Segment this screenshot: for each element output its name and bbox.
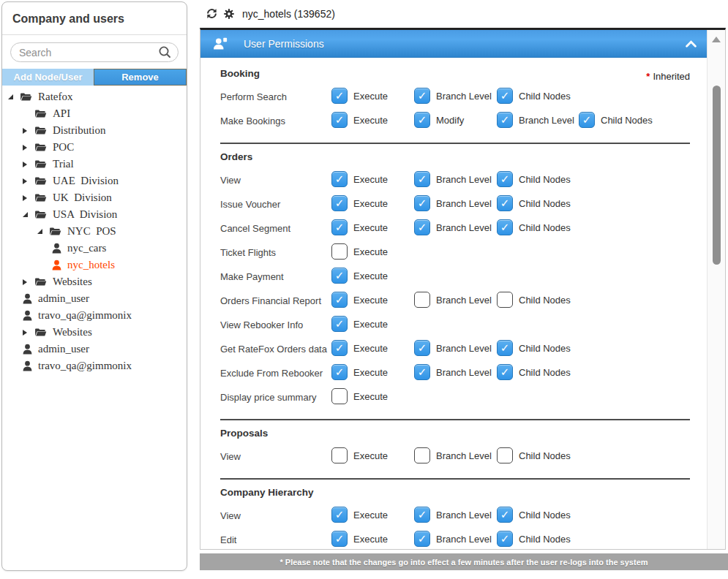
tree-item-trial[interactable]: Trial [2, 156, 187, 173]
tree-item-poc[interactable]: POC [2, 139, 187, 156]
permission-row-view: ViewExecuteBranch LevelChild Nodes [220, 445, 690, 469]
user-permissions-header[interactable]: User Permissions [200, 30, 707, 58]
tree-item-nyc-pos[interactable]: NYC POS [2, 223, 187, 240]
user-icon [52, 243, 61, 254]
checkbox-orders-orders-financial-report-child-nodes[interactable] [497, 292, 513, 308]
folder-icon [34, 277, 47, 287]
checkbox-orders-view-child-nodes[interactable]: ✓ [497, 171, 513, 187]
folder-icon [34, 159, 47, 169]
checkbox-company-hierarchy-view-branch-level[interactable]: ✓ [414, 507, 430, 523]
tree-item-distribution[interactable]: Distribution [2, 122, 187, 139]
permission-label: Edit [220, 534, 236, 545]
checkbox-orders-make-payment-execute[interactable]: ✓ [331, 268, 348, 284]
permission-label: Ticket Flights [220, 247, 276, 258]
checkbox-booking-perform-search-branch-level[interactable]: ✓ [414, 88, 430, 104]
remove-button[interactable]: Remove [94, 69, 187, 86]
scroll-up-icon[interactable] [712, 37, 721, 42]
collapsed-arrow-icon[interactable] [23, 279, 34, 285]
tree-item-websites[interactable]: Websites [2, 273, 187, 290]
collapsed-arrow-icon[interactable] [23, 178, 34, 184]
folder-icon [34, 193, 47, 203]
refresh-icon[interactable] [206, 7, 218, 20]
tree-item-api[interactable]: API [2, 105, 187, 122]
tree-item-label: travo_qa@gimmonix [38, 360, 132, 372]
expanded-arrow-icon[interactable] [8, 94, 20, 99]
collapsed-arrow-icon[interactable] [23, 145, 34, 151]
checkbox-orders-orders-financial-report-execute[interactable]: ✓ [331, 292, 348, 308]
checkbox-orders-exclude-from-rebooker-execute[interactable]: ✓ [331, 364, 348, 380]
tree-item-nyc-hotels[interactable]: nyc_hotels [2, 257, 187, 273]
checkbox-orders-cancel-segment-branch-level[interactable]: ✓ [414, 219, 430, 235]
collapsed-arrow-icon[interactable] [23, 195, 34, 201]
checkbox-orders-exclude-from-rebooker-branch-level[interactable]: ✓ [414, 364, 430, 380]
checkbox-label: Execute [353, 198, 388, 209]
checkbox-booking-make-bookings-child-nodes[interactable]: ✓ [579, 112, 595, 128]
tree-item-admin-user[interactable]: admin_user [2, 341, 187, 357]
checkbox-company-hierarchy-edit-child-nodes[interactable]: ✓ [497, 531, 513, 547]
checkbox-proposals-view-branch-level[interactable] [414, 447, 430, 463]
checkbox-company-hierarchy-view-execute[interactable]: ✓ [331, 507, 348, 523]
checkbox-booking-make-bookings-execute[interactable]: ✓ [331, 112, 348, 128]
tree-item-websites[interactable]: Websites [2, 324, 187, 341]
checkbox-company-hierarchy-edit-execute[interactable]: ✓ [331, 531, 348, 547]
chevron-up-icon[interactable] [686, 40, 697, 48]
checkbox-booking-perform-search-execute[interactable]: ✓ [331, 88, 348, 104]
checkbox-booking-make-bookings-branch-level[interactable]: ✓ [497, 112, 513, 128]
checkbox-orders-view-branch-level[interactable]: ✓ [414, 171, 430, 187]
scrollbar[interactable] [707, 30, 725, 549]
checkbox-orders-issue-voucher-execute[interactable]: ✓ [331, 195, 348, 211]
checkbox-orders-cancel-segment-execute[interactable]: ✓ [331, 219, 348, 235]
expanded-arrow-icon[interactable] [23, 212, 34, 217]
search-input[interactable] [10, 42, 179, 62]
tree-item-admin-user[interactable]: admin_user [2, 290, 187, 307]
checkbox-company-hierarchy-view-child-nodes[interactable]: ✓ [497, 507, 513, 523]
permission-label: Exclude From Rebooker [220, 368, 323, 379]
tree-item-usa-division[interactable]: USA Division [2, 206, 187, 223]
collapsed-arrow-icon[interactable] [23, 330, 34, 336]
search-icon[interactable] [158, 45, 172, 62]
checkbox-orders-view-execute[interactable]: ✓ [331, 171, 348, 187]
checkbox-label: Execute [353, 319, 388, 330]
checkbox-orders-get-ratefox-orders-data-execute[interactable]: ✓ [331, 340, 348, 356]
gear-icon[interactable] [223, 8, 235, 20]
collapsed-arrow-icon[interactable] [23, 128, 34, 134]
checkbox-booking-perform-search-child-nodes[interactable]: ✓ [497, 88, 513, 104]
tree-item-label: Distribution [53, 124, 106, 137]
section-title-company-hierarchy: Company Hierarchy [220, 487, 690, 504]
checkbox-orders-cancel-segment-child-nodes[interactable]: ✓ [497, 219, 513, 235]
checkbox-booking-make-bookings-modify[interactable]: ✓ [414, 112, 430, 128]
checkbox-orders-get-ratefox-orders-data-child-nodes[interactable]: ✓ [497, 340, 513, 356]
checkbox-orders-get-ratefox-orders-data-branch-level[interactable]: ✓ [414, 340, 430, 356]
company-users-panel: Company and users Add Node/User Remove R… [1, 1, 187, 571]
checkbox-orders-ticket-flights-execute[interactable] [331, 243, 348, 260]
checkbox-label: Execute [353, 246, 388, 257]
checkbox-orders-exclude-from-rebooker-child-nodes[interactable]: ✓ [497, 364, 513, 380]
scrollbar-thumb[interactable] [713, 86, 721, 265]
tree-item-ratefox[interactable]: Ratefox [2, 88, 187, 105]
tree-item-uae-division[interactable]: UAE Division [2, 173, 187, 189]
folder-icon [34, 109, 47, 118]
checkbox-label: Execute [353, 343, 388, 354]
add-node-user-button[interactable]: Add Node/User [2, 69, 94, 86]
tree-item-travo-qa-gimmonix[interactable]: travo_qa@gimmonix [2, 357, 187, 374]
checkbox-proposals-view-execute[interactable] [331, 447, 348, 463]
checkbox-orders-view-rebooker-info-execute[interactable]: ✓ [331, 316, 348, 332]
tree-item-uk-division[interactable]: UK Division [2, 189, 187, 206]
permission-row-display-price-summary: Display price summaryExecute [220, 386, 690, 410]
checkbox-orders-orders-financial-report-branch-level[interactable] [414, 292, 430, 308]
checkbox-label: Execute [353, 534, 388, 545]
checkbox-orders-issue-voucher-child-nodes[interactable]: ✓ [497, 195, 513, 211]
checkbox-orders-display-price-summary-execute[interactable] [331, 388, 348, 404]
tree-item-nyc-cars[interactable]: nyc_cars [2, 240, 187, 257]
expanded-arrow-icon[interactable] [37, 229, 49, 234]
checkbox-label: Execute [353, 295, 388, 306]
checkbox-label: Branch Level [436, 174, 492, 185]
permission-label: Perform Search [220, 91, 287, 102]
checkbox-proposals-view-child-nodes[interactable] [497, 447, 513, 463]
checkbox-label: Branch Level [436, 343, 492, 354]
checkbox-orders-issue-voucher-branch-level[interactable]: ✓ [414, 195, 430, 211]
tree-item-travo-qa-gimmonix[interactable]: travo_qa@gimmonix [2, 307, 187, 324]
collapsed-arrow-icon[interactable] [23, 162, 34, 167]
checkbox-label: Child Nodes [519, 222, 571, 233]
checkbox-company-hierarchy-edit-branch-level[interactable]: ✓ [414, 531, 430, 547]
